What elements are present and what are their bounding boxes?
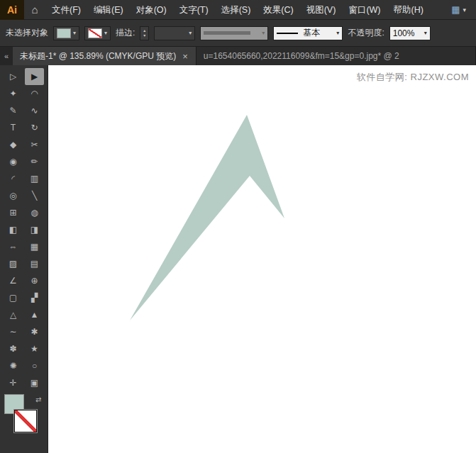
tab-image[interactable]: u=1654065660,2022116099&fm=15&gp=0.jpg* … (197, 47, 476, 65)
control-bar: 未选择对象 ▾ ▾ 描边: ▴ ▾ ▾ ▾ 基本 ▾ 不透明度: 100% (0, 20, 476, 47)
zoom-tool[interactable]: ⊕ (25, 272, 44, 289)
smooth-tool[interactable]: ∼ (4, 323, 23, 340)
stroke-weight-stepper[interactable]: ▴ ▾ (140, 26, 149, 40)
polar-grid-tool[interactable]: ◍ (25, 204, 44, 221)
menu-window[interactable]: 窗口(W) (342, 0, 387, 20)
menu-effect[interactable]: 效果(C) (257, 0, 299, 20)
menu-help[interactable]: 帮助(H) (387, 0, 430, 20)
brush-basic-label: 基本 (303, 27, 320, 39)
curvature-tool[interactable]: ∿ (25, 102, 44, 119)
rectangular-grid-tool[interactable]: ⊞ (4, 204, 23, 221)
opacity-label: 不透明度: (348, 27, 384, 39)
magic-wand-tool[interactable]: ✦ (4, 85, 23, 102)
eyedropper-tool[interactable]: ◉ (4, 153, 23, 170)
selection-status: 未选择对象 (6, 27, 48, 39)
tab-title: 未标题-1* @ 135.89% (CMYK/GPU 预览) (20, 50, 176, 62)
stroke-none-swatch (88, 28, 102, 38)
watermark-text: 软件自学网: RJZXW.COM (357, 71, 469, 84)
illustrator-window: Ai ⌂ 文件(F)编辑(E)对象(O)文字(T)选择(S)效果(C)视图(V)… (0, 0, 476, 453)
direct-selection-tool[interactable]: ▷ (4, 68, 23, 85)
eraser-tool[interactable]: ◆ (4, 136, 23, 153)
perspective-grid-tool[interactable]: △ (4, 306, 23, 323)
workspace-switcher[interactable]: ▦ ▾ (451, 4, 466, 15)
arrow-shape[interactable] (130, 115, 284, 320)
live-paint-bucket-tool[interactable]: ◨ (25, 221, 44, 238)
menu-view[interactable]: 视图(V) (300, 0, 343, 20)
print-tiling-tool[interactable]: ▣ (25, 374, 44, 391)
chevron-down-icon: ▾ (73, 30, 76, 36)
paintbrush-tool[interactable]: ✏ (25, 153, 44, 170)
rotate-tool[interactable]: ↻ (25, 119, 44, 136)
artboard (48, 65, 476, 453)
brush-definition-select[interactable]: 基本 ▾ (273, 26, 343, 40)
pen-tool[interactable]: ✎ (4, 102, 23, 119)
fill-color-picker[interactable]: ▾ (53, 26, 79, 40)
stroke-weight-label: 描边: (116, 27, 135, 39)
opacity-select[interactable]: 100% ▾ (389, 26, 431, 40)
blob-brush-tool[interactable]: ✱ (25, 323, 44, 340)
chevron-down-icon: ▾ (262, 30, 265, 36)
menu-file[interactable]: 文件(F) (45, 0, 87, 20)
app-logo: Ai (0, 0, 24, 20)
tab-title: u=1654065660,2022116099&fm=15&gp=0.jpg* … (204, 51, 399, 61)
chevron-down-icon: ▾ (104, 30, 107, 36)
chevron-down-icon: ▾ (336, 30, 339, 36)
canvas[interactable]: 软件自学网: RJZXW.COM (48, 65, 476, 453)
shear-tool[interactable]: ∠ (4, 272, 23, 289)
workspace-grid-icon: ▦ (451, 4, 460, 15)
menu-list: 文件(F)编辑(E)对象(O)文字(T)选择(S)效果(C)视图(V)窗口(W)… (45, 0, 430, 20)
chevron-down-icon: ▾ (463, 6, 466, 13)
stepper-down-icon: ▾ (140, 33, 148, 38)
free-transform-tool[interactable]: ▦ (25, 238, 44, 255)
hand-tool[interactable]: ✛ (4, 374, 23, 391)
close-icon[interactable]: × (182, 51, 189, 62)
lasso-tool[interactable]: ◠ (25, 85, 44, 102)
slice-tool[interactable]: ▞ (25, 289, 44, 306)
width-tool[interactable]: ⇔ (4, 238, 23, 255)
fill-stroke-controls: ⇄ (4, 394, 45, 449)
stroke-weight-select[interactable]: ▾ (154, 26, 195, 40)
shape-builder-tool[interactable]: ◧ (4, 221, 23, 238)
scissors-tool[interactable]: ✂ (25, 136, 44, 153)
artboard-tool[interactable]: ▢ (4, 289, 23, 306)
fill-swatch (57, 28, 71, 38)
swap-fill-stroke-icon[interactable]: ⇄ (35, 396, 41, 403)
menu-edit[interactable]: 编辑(E) (87, 0, 130, 20)
ellipse-tool[interactable]: ○ (25, 357, 44, 374)
document-tab-bar: « 未标题-1* @ 135.89% (CMYK/GPU 预览) × u=165… (0, 47, 476, 65)
pencil-tool[interactable]: ╲ (25, 187, 44, 204)
workspace-body: ▷▶✦◠✎∿T↻◆✂◉✏◜▥◎╲⊞◍◧◨⇔▦▨▤∠⊕▢▞△▲∼✱✽★✺○✛▣ ⇄… (0, 65, 476, 453)
spiral-tool[interactable]: ◎ (4, 187, 23, 204)
gradient-tool[interactable]: ▨ (4, 255, 23, 272)
selection-tool[interactable]: ▶ (25, 68, 44, 85)
stroke-color-picker[interactable]: ▾ (84, 26, 111, 40)
column-graph-tool[interactable]: ▥ (25, 170, 44, 187)
menu-bar: Ai ⌂ 文件(F)编辑(E)对象(O)文字(T)选择(S)效果(C)视图(V)… (0, 0, 476, 20)
chevron-down-icon: ▾ (189, 30, 192, 36)
type-tool[interactable]: T (4, 119, 23, 136)
collapse-panels-icon[interactable]: « (0, 47, 13, 65)
chevron-down-icon: ▾ (424, 30, 427, 36)
tab-untitled[interactable]: 未标题-1* @ 135.89% (CMYK/GPU 预览) × (13, 47, 197, 65)
symbol-sprayer-tool[interactable]: ✽ (4, 340, 23, 357)
mesh-tool[interactable]: ▤ (25, 255, 44, 272)
arc-tool[interactable]: ◜ (4, 170, 23, 187)
width-profile-preview (204, 31, 250, 35)
stroke-proxy[interactable] (14, 410, 37, 432)
variable-width-profile-select: ▾ (200, 26, 268, 40)
menu-object[interactable]: 对象(O) (130, 0, 173, 20)
tools-panel: ▷▶✦◠✎∿T↻◆✂◉✏◜▥◎╲⊞◍◧◨⇔▦▨▤∠⊕▢▞△▲∼✱✽★✺○✛▣ ⇄ (0, 65, 48, 453)
tools-grid: ▷▶✦◠✎∿T↻◆✂◉✏◜▥◎╲⊞◍◧◨⇔▦▨▤∠⊕▢▞△▲∼✱✽★✺○✛▣ (0, 68, 48, 391)
flare-tool[interactable]: ✺ (4, 357, 23, 374)
perspective-selection-tool[interactable]: ▲ (25, 306, 44, 323)
stepper-up-icon: ▴ (140, 28, 148, 33)
opacity-value: 100% (393, 28, 415, 38)
menu-select[interactable]: 选择(S) (215, 0, 258, 20)
menu-type[interactable]: 文字(T) (173, 0, 215, 20)
home-icon[interactable]: ⌂ (24, 0, 45, 20)
star-tool[interactable]: ★ (25, 340, 44, 357)
brush-stroke-preview (277, 33, 298, 34)
